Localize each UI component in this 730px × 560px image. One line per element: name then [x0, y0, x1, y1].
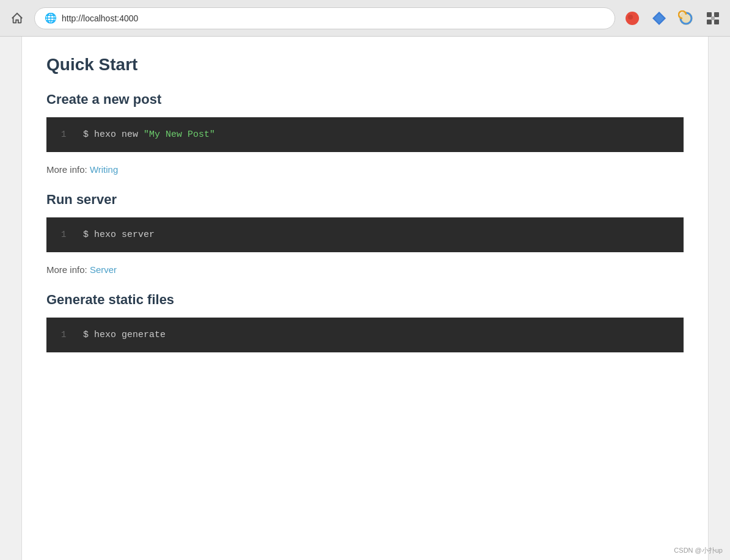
- section-heading-1: Create a new post: [46, 92, 684, 107]
- browser-chrome: 🌐 http://localhost:4000: [0, 0, 730, 37]
- line-number-3: 1: [61, 330, 71, 340]
- page-content: Quick Start Create a new post 1 $ hexo n…: [21, 37, 709, 560]
- extension-icon-1[interactable]: [622, 9, 642, 28]
- command-2: hexo server: [89, 230, 155, 240]
- extension-icon-4[interactable]: [703, 9, 723, 28]
- more-info-1: More info: Writing: [46, 164, 684, 175]
- code-block-3: 1 $ hexo generate: [46, 318, 684, 352]
- dollar-sign-3: $: [83, 330, 89, 340]
- extension-icon-3[interactable]: [676, 9, 696, 28]
- line-number-2: 1: [61, 230, 71, 239]
- code-text-2: $ hexo server: [83, 230, 155, 240]
- section-heading-2: Run server: [46, 192, 684, 208]
- more-info-prefix-2: More info:: [46, 264, 90, 275]
- dollar-sign-2: $: [83, 230, 89, 240]
- globe-icon: 🌐: [45, 12, 57, 24]
- line-number-1: 1: [61, 129, 71, 139]
- address-bar[interactable]: 🌐 http://localhost:4000: [34, 7, 615, 29]
- page-title: Quick Start: [46, 55, 684, 75]
- svg-rect-6: [714, 12, 719, 17]
- more-info-2: More info: Server: [46, 264, 684, 275]
- svg-rect-8: [714, 20, 719, 24]
- code-text-1: $ hexo new "My New Post": [83, 129, 215, 140]
- toolbar-icons: [622, 9, 723, 28]
- extension-icon-2[interactable]: [649, 9, 669, 28]
- command-3: hexo generate: [89, 330, 166, 340]
- url-text: http://localhost:4000: [62, 13, 138, 23]
- svg-marker-3: [654, 13, 664, 23]
- watermark: CSDN @小扑up: [674, 546, 723, 555]
- section-heading-3: Generate static files: [46, 292, 684, 308]
- dollar-sign-1: $: [83, 129, 89, 140]
- svg-rect-9: [711, 16, 715, 20]
- svg-point-1: [628, 15, 633, 20]
- string-1: "My New Post": [144, 129, 215, 140]
- code-block-1: 1 $ hexo new "My New Post": [46, 117, 684, 152]
- more-info-prefix-1: More info:: [46, 164, 90, 175]
- more-info-link-1[interactable]: Writing: [90, 164, 118, 175]
- command-1: hexo new: [89, 129, 144, 140]
- code-block-2: 1 $ hexo server: [46, 217, 684, 252]
- home-button[interactable]: [7, 9, 27, 28]
- more-info-link-2[interactable]: Server: [90, 264, 117, 275]
- svg-rect-7: [707, 20, 712, 24]
- svg-rect-5: [707, 12, 712, 17]
- code-text-3: $ hexo generate: [83, 330, 166, 340]
